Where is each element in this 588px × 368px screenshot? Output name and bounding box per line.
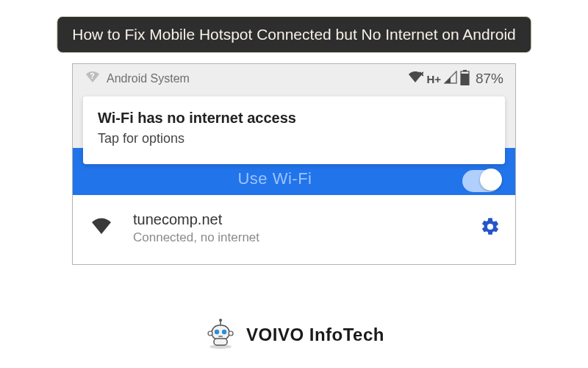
svg-point-14 [208,331,212,336]
mobile-data-label: H+ [426,73,441,85]
wifi-ssid: tunecomp.net [133,211,480,228]
status-bar-left: ? Android System [85,71,190,87]
wifi-network-info: tunecomp.net Connected, no internet [133,211,480,245]
wifi-header-label: Use Wi-Fi [87,169,462,188]
svg-rect-7 [212,325,229,340]
svg-text:?: ? [90,72,94,80]
wifi-connection-status: Connected, no internet [133,230,480,245]
battery-icon [460,70,470,88]
android-screenshot-frame: ? Android System H+ [72,63,516,265]
toggle-knob [480,169,502,191]
wifi-network-row[interactable]: tunecomp.net Connected, no internet [73,195,515,264]
svg-point-12 [219,319,222,322]
svg-rect-10 [218,336,223,337]
brand-name: VOIVO InfoTech [246,325,384,345]
brand-footer: VOIVO InfoTech [204,316,384,353]
status-bar: ? Android System H+ [73,64,515,93]
svg-rect-13 [214,339,227,345]
battery-percentage: 87% [476,71,503,87]
signal-icon [444,71,457,87]
wifi-disabled-icon [407,71,423,87]
status-bar-right: H+ 87% [407,64,503,93]
status-bar-app-label: Android System [107,72,190,85]
notification-title: Wi-Fi has no internet access [98,110,490,127]
svg-point-15 [229,331,233,336]
brand-robot-icon [204,316,237,353]
wifi-question-icon: ? [85,71,101,87]
notification-card[interactable]: Wi-Fi has no internet access Tap for opt… [83,96,505,164]
notification-subtitle: Tap for options [98,131,490,146]
wifi-toggle[interactable] [462,170,501,192]
page-title: How to Fix Mobile Hotspot Connected but … [57,16,531,53]
svg-point-8 [215,330,219,334]
wifi-icon [90,218,112,238]
gear-icon[interactable] [480,216,501,240]
svg-rect-5 [461,74,469,85]
svg-point-9 [222,330,226,334]
